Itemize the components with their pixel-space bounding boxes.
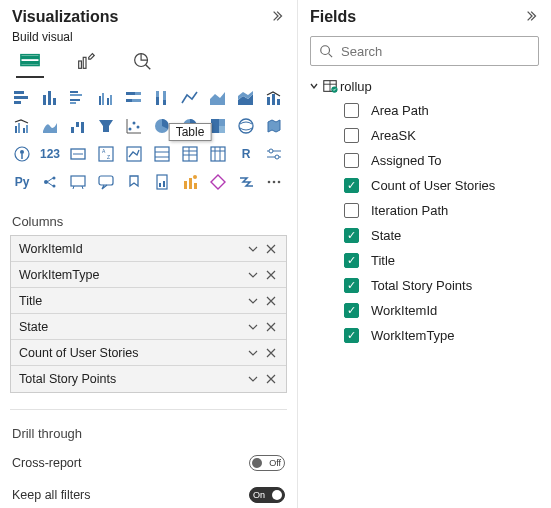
svg-point-89 [268, 181, 271, 184]
field-item[interactable]: AreaSK [304, 123, 545, 148]
viz-arcgis[interactable] [262, 142, 286, 166]
svg-rect-83 [163, 181, 165, 187]
viz-100-stacked-bar[interactable] [122, 86, 146, 110]
checkbox[interactable]: ✓ [344, 253, 359, 268]
chevron-down-icon[interactable] [244, 370, 262, 388]
checkbox[interactable] [344, 203, 359, 218]
viz-multi-card[interactable]: AZ [94, 142, 118, 166]
viz-stacked-column[interactable] [38, 86, 62, 110]
viz-azure-map[interactable] [10, 142, 34, 166]
chevron-down-icon[interactable] [244, 344, 262, 362]
field-well-row[interactable]: State [11, 314, 286, 340]
checkbox[interactable] [344, 103, 359, 118]
columns-well[interactable]: WorkItemId WorkItemType Title State Coun… [10, 235, 287, 393]
collapse-icon[interactable] [525, 9, 539, 26]
viz-slicer[interactable] [150, 142, 174, 166]
build-tab-format[interactable] [72, 50, 100, 78]
field-well-row[interactable]: Count of User Stories [11, 340, 286, 366]
table-node[interactable]: rollup [304, 74, 545, 98]
viz-r-visual[interactable]: R [234, 142, 258, 166]
close-icon[interactable] [262, 292, 280, 310]
field-item[interactable]: Assigned To [304, 148, 545, 173]
field-well-row[interactable]: Total Story Points [11, 366, 286, 392]
build-tab-visual[interactable] [16, 50, 44, 78]
cross-report-toggle[interactable]: Off [249, 455, 285, 471]
viz-scatter[interactable] [122, 114, 146, 138]
field-item[interactable]: ✓ Count of User Stories [304, 173, 545, 198]
viz-line-clustered-column[interactable] [10, 114, 34, 138]
field-item[interactable]: Iteration Path [304, 198, 545, 223]
build-tab-analytics[interactable] [128, 50, 156, 78]
field-well-row[interactable]: Title [11, 288, 286, 314]
svg-text:Z: Z [107, 154, 110, 160]
viz-line[interactable] [178, 86, 202, 110]
search-input[interactable] [339, 43, 530, 60]
viz-key-influencers[interactable] [38, 170, 62, 194]
viz-power-apps[interactable] [206, 170, 230, 194]
viz-waterfall[interactable] [66, 114, 90, 138]
close-icon[interactable] [262, 344, 280, 362]
viz-card[interactable] [66, 142, 90, 166]
collapse-icon[interactable] [271, 9, 285, 26]
field-item[interactable]: ✓ WorkItemType [304, 323, 545, 348]
chevron-down-icon[interactable] [244, 240, 262, 258]
field-well-row[interactable]: WorkItemType [11, 262, 286, 288]
viz-kpi[interactable] [122, 142, 146, 166]
search-wrap [298, 30, 551, 74]
field-item[interactable]: ✓ Title [304, 248, 545, 273]
svg-rect-7 [14, 91, 24, 94]
viz-table[interactable]: Table [178, 142, 202, 166]
close-icon[interactable] [262, 266, 280, 284]
field-well-row[interactable]: WorkItemId [11, 236, 286, 262]
viz-py-visual[interactable]: Py [10, 170, 34, 194]
viz-paginated[interactable] [150, 170, 174, 194]
viz-decomposition[interactable] [66, 170, 90, 194]
svg-rect-70 [211, 147, 225, 161]
viz-100-stacked-column[interactable] [150, 86, 174, 110]
viz-clustered-bar[interactable] [66, 86, 90, 110]
field-item[interactable]: ✓ State [304, 223, 545, 248]
field-item[interactable]: ✓ WorkItemId [304, 298, 545, 323]
close-icon[interactable] [262, 370, 280, 388]
toggle-knob [272, 490, 282, 500]
svg-marker-88 [211, 175, 225, 189]
checkbox[interactable]: ✓ [344, 303, 359, 318]
viz-stacked-bar[interactable] [10, 86, 34, 110]
viz-ribbon[interactable] [38, 114, 62, 138]
viz-area[interactable] [206, 86, 230, 110]
checkbox[interactable]: ✓ [344, 228, 359, 243]
chevron-down-icon[interactable] [244, 292, 262, 310]
chevron-down-icon[interactable] [244, 266, 262, 284]
viz-gauge[interactable]: 123 [38, 142, 62, 166]
keep-filters-toggle[interactable]: On [249, 487, 285, 503]
viz-goals[interactable] [122, 170, 146, 194]
checkbox[interactable] [344, 153, 359, 168]
viz-funnel[interactable] [94, 114, 118, 138]
field-item[interactable]: ✓ Total Story Points [304, 273, 545, 298]
search-box[interactable] [310, 36, 539, 66]
viz-stacked-area[interactable] [234, 86, 258, 110]
checkbox[interactable]: ✓ [344, 178, 359, 193]
checkbox[interactable] [344, 128, 359, 143]
viz-smart-narrative[interactable] [178, 170, 202, 194]
viz-matrix[interactable] [206, 142, 230, 166]
svg-rect-34 [277, 99, 280, 105]
field-item[interactable]: Area Path [304, 98, 545, 123]
close-icon[interactable] [262, 318, 280, 336]
close-icon[interactable] [262, 240, 280, 258]
checkbox[interactable]: ✓ [344, 278, 359, 293]
svg-rect-26 [156, 91, 159, 97]
svg-marker-29 [210, 92, 225, 105]
chevron-down-icon[interactable] [244, 318, 262, 336]
viz-power-automate[interactable] [234, 170, 258, 194]
viz-filled-map[interactable] [262, 114, 286, 138]
viz-map[interactable] [234, 114, 258, 138]
field-well-label: Count of User Stories [19, 346, 244, 360]
svg-rect-52 [219, 119, 225, 126]
viz-more[interactable] [262, 170, 286, 194]
viz-clustered-column[interactable] [94, 86, 118, 110]
viz-line-stacked-column[interactable] [262, 86, 286, 110]
checkbox[interactable]: ✓ [344, 328, 359, 343]
viz-qna[interactable] [94, 170, 118, 194]
drill-through-section: Drill through Cross-report Off Keep all … [0, 410, 297, 508]
